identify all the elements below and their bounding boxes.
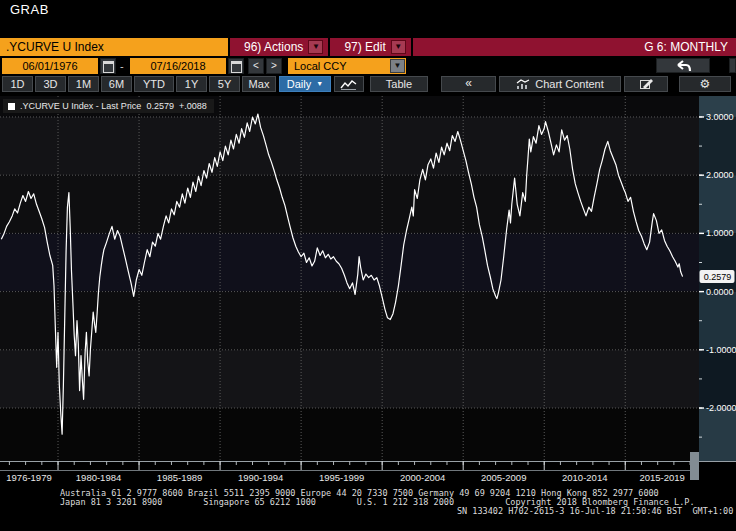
plot-band xyxy=(0,350,699,408)
y-tick-label: -1.0000 xyxy=(706,345,736,355)
legend-change: +.0088 xyxy=(179,101,207,111)
plot-band xyxy=(0,292,699,350)
gear-icon: ⚙ xyxy=(700,77,711,91)
last-price-badge-label: 0.2579 xyxy=(704,272,732,282)
x-segment-label: 1990-1994 xyxy=(238,472,283,483)
legend-last-price: 0.2579 xyxy=(146,101,174,111)
chevron-down-icon: ▼ xyxy=(316,77,323,91)
command-title-bar: .YCURVE U Index 96) Actions ▼ 97) Edit ▼… xyxy=(0,38,736,56)
toolbar-edge-button[interactable] xyxy=(729,58,736,73)
chevron-down-icon: ▼ xyxy=(308,40,323,54)
security-title[interactable]: .YCURVE U Index xyxy=(0,38,228,56)
calendar-icon xyxy=(103,61,114,73)
chevron-right-icon: > xyxy=(271,60,277,71)
x-segment-label: 2000-2004 xyxy=(400,472,445,483)
period-button-1m[interactable]: 1M xyxy=(68,76,99,92)
period-button-1y[interactable]: 1Y xyxy=(176,76,207,92)
date-range-bar: 06/01/1976 - 07/16/2018 < > Local CCY ▼ xyxy=(0,58,736,74)
menu-bar: 96) Actions ▼ 97) Edit ▼ G 6: MONTHLY xyxy=(230,38,736,56)
currency-select[interactable]: Local CCY ▼ xyxy=(288,58,406,74)
function-page-label: G 6: MONTHLY xyxy=(644,38,736,56)
period-button-ytd[interactable]: YTD xyxy=(134,76,174,92)
plot-band xyxy=(0,408,699,461)
calendar-icon xyxy=(231,61,242,73)
period-button-max[interactable]: Max xyxy=(242,76,276,92)
scroll-forward-button[interactable]: > xyxy=(266,58,282,74)
footer-serial-line: SN 133402 H702-2615-3 16-Jul-18 21:50:46… xyxy=(457,507,733,516)
x-segment-label: 1995-1999 xyxy=(319,472,364,483)
scroll-back-button[interactable]: < xyxy=(248,58,264,74)
chart-content-icon xyxy=(516,79,530,90)
series-swatch-icon xyxy=(8,103,15,110)
undo-button[interactable] xyxy=(656,58,710,73)
date-range-separator: - xyxy=(120,58,124,74)
frequency-value: Daily xyxy=(287,77,311,91)
axis-resize-handle xyxy=(690,452,699,480)
bloomberg-terminal-window: GRAB .YCURVE U Index 96) Actions ▼ 97) E… xyxy=(0,0,736,531)
annotate-button[interactable] xyxy=(624,76,668,92)
frequency-dropdown[interactable]: Daily ▼ xyxy=(279,76,331,92)
axis-band xyxy=(699,117,736,175)
chevron-left-icon: < xyxy=(253,60,259,71)
period-button-1d[interactable]: 1D xyxy=(2,76,33,92)
axis-band xyxy=(699,350,736,408)
x-segment-label: 2015-2019 xyxy=(639,472,684,483)
line-chart-icon xyxy=(340,79,358,90)
chart-content-button[interactable]: Chart Content xyxy=(499,76,621,92)
chart-area: 3.00002.00001.00000.0000-1.0000-2.000019… xyxy=(0,96,736,488)
x-segment-label: 2010-2014 xyxy=(562,472,607,483)
start-date-input[interactable]: 06/01/1976 xyxy=(2,58,98,74)
actions-menu-label: 96) Actions xyxy=(244,40,303,54)
chevron-down-icon: ▼ xyxy=(390,59,405,73)
chart-content-label: Chart Content xyxy=(535,77,603,91)
annotate-pencil-icon xyxy=(639,78,654,90)
price-chart[interactable]: 3.00002.00001.00000.0000-1.0000-2.000019… xyxy=(0,96,736,488)
end-calendar-button[interactable] xyxy=(228,58,244,74)
actions-menu-button[interactable]: 96) Actions ▼ xyxy=(230,38,330,56)
collapse-panel-button[interactable]: « xyxy=(441,76,496,92)
plot-band xyxy=(0,117,699,175)
axis-band xyxy=(699,292,736,350)
edit-menu-button[interactable]: 97) Edit ▼ xyxy=(330,38,412,56)
y-tick-label: -2.0000 xyxy=(706,403,736,413)
axis-band xyxy=(699,408,736,461)
plot-band xyxy=(0,233,699,291)
edit-menu-label: 97) Edit xyxy=(344,40,385,54)
undo-arrow-icon xyxy=(673,60,693,72)
period-button-5y[interactable]: 5Y xyxy=(209,76,240,92)
x-segment-label: 1985-1989 xyxy=(157,472,202,483)
page-title: GRAB xyxy=(10,2,49,17)
chevron-down-icon: ▼ xyxy=(391,40,406,54)
currency-value: Local CCY xyxy=(294,58,347,74)
settings-button[interactable]: ⚙ xyxy=(679,76,731,92)
x-segment-label: 1976-1979 xyxy=(6,472,51,483)
table-view-button[interactable]: Table xyxy=(370,76,428,92)
period-button-3d[interactable]: 3D xyxy=(35,76,66,92)
table-view-label: Table xyxy=(386,78,412,90)
axis-band xyxy=(699,175,736,233)
chart-legend: .YCURVE U Index - Last Price 0.2579 +.00… xyxy=(3,99,214,113)
y-tick-label: 1.0000 xyxy=(706,228,734,238)
plot-band xyxy=(0,175,699,233)
y-tick-label: 2.0000 xyxy=(706,170,734,180)
x-segment-label: 2005-2009 xyxy=(481,472,526,483)
collapse-icon: « xyxy=(465,76,472,90)
y-tick-label: 3.0000 xyxy=(706,112,734,122)
chart-toolbar: 1D3D1M6MYTD1Y5YMax Daily ▼ Table « Chart… xyxy=(0,76,736,93)
line-chart-view-button[interactable] xyxy=(334,76,364,92)
legend-series-label: .YCURVE U Index - Last Price xyxy=(20,101,141,111)
period-button-6m[interactable]: 6M xyxy=(101,76,132,92)
start-calendar-button[interactable] xyxy=(100,58,116,74)
end-date-input[interactable]: 07/16/2018 xyxy=(130,58,226,74)
x-segment-label: 1980-1984 xyxy=(76,472,121,483)
y-tick-label: 0.0000 xyxy=(706,287,734,297)
